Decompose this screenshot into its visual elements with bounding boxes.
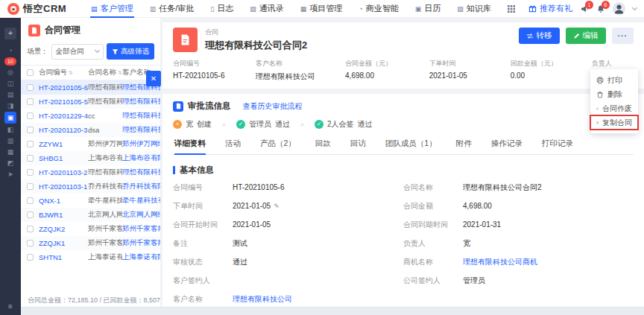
invoices-icon[interactable]: ▥ [4, 136, 16, 146]
table-row[interactable]: ZZYW1郑州伊万网...郑州伊万网络有限公司 [21, 137, 160, 151]
table-row[interactable]: HT-20201103-1乔丹科技有...乔丹科技有限公司 [21, 179, 160, 194]
row-checkbox[interactable] [27, 155, 34, 162]
table-row[interactable]: ZZQJK2郑州千家客...郑州千家客网络科技 [21, 222, 160, 236]
basic-info-title: 基本信息 [180, 165, 214, 176]
table-row[interactable]: HT-20201229-4cc理想有限科技公司 [21, 109, 160, 123]
row-checkbox[interactable] [27, 183, 34, 190]
module-rail: + ◔ 10 ◎ ◫ ▤ ◨ ▣ ◧ ▥ ▦ ◩ ➤ ≡ [0, 18, 21, 315]
receivables-icon[interactable]: ◧ [4, 124, 16, 135]
wukong-logo-icon [7, 3, 19, 15]
send-icon[interactable]: ➤ [4, 169, 16, 179]
nav-item-logs[interactable]: ▯日志 [202, 0, 242, 18]
tab-visits[interactable]: 回访 [341, 139, 376, 154]
menu-item-void-contract[interactable]: 合同作废 [590, 101, 638, 115]
tab-products[interactable]: 产品（2） [250, 139, 306, 154]
announcements-button[interactable]: 1 [580, 4, 589, 13]
edit-pencil-icon [573, 33, 580, 39]
tab-receivables[interactable]: 回款 [306, 139, 341, 154]
analytics-icon[interactable]: ◩ [4, 158, 16, 168]
nav-item-customers[interactable]: ▤客户管理 [83, 0, 142, 18]
collapse-menu-icon[interactable]: ≡ [8, 302, 13, 311]
approval-flow-icon [173, 101, 183, 112]
row-checkbox[interactable] [27, 127, 34, 133]
edit-field-pencil-icon[interactable]: ✎ [274, 203, 280, 210]
opportunities-icon[interactable]: ◨ [4, 101, 16, 111]
leads-icon[interactable]: ◎ [4, 67, 16, 77]
table-row[interactable]: QNX-1牵牛星科技...牵牛星科技有限公司 [21, 194, 160, 208]
row-checkbox[interactable] [27, 141, 34, 147]
tab-print-log[interactable]: 打印记录 [532, 139, 583, 154]
table-row[interactable]: ZZQJK1郑州千家客...郑州千家客网络科技 [21, 236, 160, 250]
menu-item-print[interactable]: 打印 [590, 73, 638, 87]
menu-item-copy-contract[interactable]: 复制合同 [590, 115, 638, 130]
column-header-no[interactable]: 合同编号 [39, 68, 88, 77]
menu-item-delete[interactable]: 删除 [590, 87, 638, 101]
customers-icon[interactable]: ◫ [4, 78, 16, 89]
nav-item-projects[interactable]: ▦项目管理 [292, 0, 351, 18]
products-icon[interactable]: ▦ [4, 147, 16, 157]
scene-select[interactable]: 全部合同 [51, 44, 104, 60]
column-header-name[interactable]: 合同名称 [88, 68, 122, 77]
contract-module-icon [28, 25, 40, 36]
row-checkbox[interactable] [27, 197, 34, 204]
dashboard-icon[interactable]: ◔ [4, 45, 16, 56]
list-panel-title: 合同管理 [45, 24, 80, 36]
tab-details[interactable]: 详细资料 [173, 139, 215, 154]
contract-table-body: HT-20210105-6理想有限科...理想有限科技公司 HT-2021010… [21, 80, 160, 264]
contacts-icon[interactable]: ▤ [4, 89, 16, 100]
nav-item-bi[interactable]: ◔商业智能 [350, 0, 406, 18]
apps-grid-icon [508, 5, 515, 13]
table-row[interactable]: SHBG1上海布谷有...上海布谷有限公司 [21, 151, 160, 165]
tab-team-members[interactable]: 团队成员（1） [376, 139, 446, 154]
table-row[interactable]: HT-20210105-6理想有限科...理想有限科技公司 [21, 80, 160, 95]
nav-item-contacts-book[interactable]: ▧通讯录 [242, 0, 292, 18]
row-checkbox[interactable] [27, 211, 34, 218]
customer-link[interactable]: 理想有限科技公司 [233, 294, 292, 305]
select-all-checkbox[interactable] [27, 69, 34, 76]
table-row[interactable]: HT-20201120-3dsa理想有限科技公司 [21, 123, 160, 137]
list-summary-totals: 合同总金额：72,185.10 / 已回款金额：8,507.10 / 未回款金额… [21, 296, 160, 305]
contracts-icon[interactable]: ▣ [4, 112, 16, 124]
approval-history-link[interactable]: 查看历史审批流程 [243, 101, 303, 112]
row-checkbox[interactable] [27, 84, 34, 91]
todo-notification-badge[interactable]: 10 [4, 57, 16, 66]
transfer-button[interactable]: 转移 [519, 28, 560, 44]
user-avatar[interactable] [613, 2, 625, 15]
nav-item-calendar[interactable]: ▣日历 [407, 0, 449, 18]
approval-step: ✓2人会签通过 [315, 119, 373, 130]
opportunity-link[interactable]: 理想有限科技公司商机 [463, 257, 537, 267]
pass-check-icon: ✓ [315, 120, 323, 129]
table-row[interactable]: HT-20210105-5理想有限科...理想有限科技公司 [21, 95, 160, 109]
referral-label: 推荐有礼 [540, 3, 572, 14]
gift-icon [528, 4, 537, 13]
nav-item-knowledge[interactable]: ▨知识库 [449, 0, 499, 18]
more-actions-button[interactable]: ··· [612, 28, 634, 44]
quick-add-button[interactable]: + [4, 28, 16, 39]
table-row[interactable]: HT-20201103-2理想有限科...理想有限科技公司 [21, 165, 160, 179]
projects-nav-icon: ▦ [300, 5, 307, 13]
row-checkbox[interactable] [27, 254, 34, 261]
tab-activity[interactable]: 活动 [215, 139, 250, 154]
tab-attachments[interactable]: 附件 [446, 139, 482, 154]
row-checkbox[interactable] [27, 169, 34, 176]
row-checkbox[interactable] [27, 226, 34, 232]
approval-section-title: 审批流信息 [188, 101, 231, 112]
referral-link[interactable]: 推荐有礼 [528, 3, 572, 14]
logs-nav-icon: ▯ [210, 5, 214, 13]
tab-operation-log[interactable]: 操作记录 [482, 139, 532, 154]
apps-grid-button[interactable] [499, 0, 523, 18]
row-checkbox[interactable] [27, 112, 34, 119]
user-menu-caret-icon[interactable] [632, 4, 637, 10]
customers-nav-icon: ▤ [91, 5, 98, 13]
advanced-filter-button[interactable]: 高级筛选 [107, 43, 154, 60]
close-detail-button[interactable]: ✕ [146, 71, 161, 86]
table-row[interactable]: SHTN1上海泰诺有...上海泰诺有限公司 [21, 250, 160, 264]
table-row[interactable]: BJWR1北京网人网...北京网人网络有限公司 [21, 208, 160, 222]
nav-item-tasks[interactable]: ▥任务/审批 [142, 0, 203, 18]
tasks-nav-icon: ▥ [150, 5, 157, 13]
row-checkbox[interactable] [27, 240, 34, 246]
row-checkbox[interactable] [27, 98, 34, 105]
bi-nav-icon: ◔ [359, 5, 362, 13]
notifications-button[interactable]: 6 [596, 4, 605, 13]
edit-button[interactable]: 编辑 [566, 28, 606, 44]
